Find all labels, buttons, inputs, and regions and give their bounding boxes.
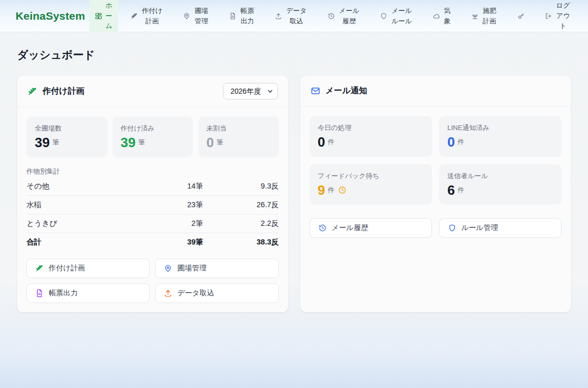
upload-icon (164, 289, 172, 297)
document-icon (229, 12, 236, 20)
nav-item-label: メールルール (391, 6, 412, 26)
fertilizer-icon (471, 12, 479, 20)
crop-name: 水稲 (26, 200, 128, 210)
stat-label: LINE通知済み (447, 123, 553, 133)
map-pin-icon (164, 264, 172, 272)
stat-line-notified: LINE通知済み 0 件 (439, 116, 562, 157)
dashboard-grid-icon (95, 12, 102, 20)
stat-value: 39 (35, 135, 50, 150)
nav-item-data-import[interactable]: データ取込 (275, 6, 307, 26)
mail-notification-card: メール通知 今日の処理 0 件 LINE通知済み (300, 76, 571, 312)
table-row: 水稲 23筆 26.7反 (26, 196, 279, 214)
crop-name: その他 (26, 181, 128, 191)
nav-item-planting-plan[interactable]: 作付け計画 (131, 6, 163, 26)
button-label: データ取込 (177, 289, 214, 298)
nav-item-key[interactable] (517, 12, 525, 20)
nav-item-fertilizer-plan[interactable]: 施肥計画 (471, 6, 497, 26)
stat-value: 0 (447, 135, 455, 150)
stat-unit: 筆 (52, 138, 59, 147)
clock-icon (338, 186, 346, 194)
map-pin-icon (183, 12, 190, 20)
nav-item-label: 気象 (444, 6, 451, 26)
field-management-button[interactable]: 圃場管理 (155, 258, 278, 278)
crop-count: 2筆 (128, 219, 203, 228)
rule-management-button[interactable]: ルール管理 (439, 218, 562, 238)
nav-item-label: 帳票出力 (240, 6, 255, 26)
crop-count: 14筆 (128, 181, 203, 191)
app-root: KeinaSystem ホーム 作付け計画 圃場管理 帳票出力 データ取込 (0, 0, 588, 388)
crop-summary-label: 作物別集計 (26, 167, 279, 176)
year-select[interactable]: 2026年度 (223, 83, 278, 99)
mail-card-header: メール通知 (300, 76, 571, 107)
nav-item-mail-history[interactable]: メール履歴 (328, 6, 360, 26)
nav-item-home[interactable]: ホーム (89, 0, 118, 32)
logout-icon (545, 12, 552, 20)
field-stats: 全圃場数 39 筆 作付け済み 39 筆 (26, 117, 279, 157)
table-row: その他 14筆 9.3反 (26, 177, 279, 196)
report-output-button[interactable]: 帳票出力 (26, 283, 150, 303)
table-row-total: 合計 39筆 38.3反 (26, 233, 279, 251)
nav-item-label: 圃場管理 (194, 6, 208, 26)
stat-label: 全圃場数 (35, 124, 99, 133)
crop-area: 38.3反 (203, 237, 279, 247)
stat-label: 作付け済み (121, 124, 185, 133)
table-row: とうきび 2筆 2.2反 (26, 214, 279, 233)
stat-unit: 件 (457, 185, 464, 195)
stat-value: 9 (318, 183, 325, 198)
wheat-icon (27, 87, 37, 96)
stat-unit: 件 (328, 185, 334, 195)
app-header: KeinaSystem ホーム 作付け計画 圃場管理 帳票出力 データ取込 (0, 0, 588, 32)
nav-item-mail-rules[interactable]: メールルール (380, 6, 412, 26)
stat-unit: 件 (328, 137, 334, 147)
card-title: メール通知 (326, 85, 368, 96)
stat-planted-fields: 作付け済み 39 筆 (113, 117, 193, 157)
stat-unit: 件 (457, 137, 464, 147)
wheat-icon (35, 264, 44, 272)
planting-plan-card-header: 作付け計画 2026年度 (17, 76, 288, 107)
upload-icon (275, 12, 282, 20)
brand-logo[interactable]: KeinaSystem (0, 10, 89, 22)
main-nav: 作付け計画 圃場管理 帳票出力 データ取込 メール履歴 メールルール (118, 1, 588, 31)
planting-plan-card: 作付け計画 2026年度 全圃場数 39 (17, 76, 288, 312)
stat-label: フィードバック待ち (318, 171, 424, 181)
nav-item-label: ログアウト (556, 1, 570, 31)
shield-icon (448, 224, 456, 232)
stat-label: 未割当 (206, 124, 271, 133)
stat-value: 39 (121, 135, 136, 150)
shield-icon (380, 12, 387, 20)
mail-card-body: 今日の処理 0 件 LINE通知済み 0 件 (300, 107, 571, 247)
crop-area: 2.2反 (203, 219, 279, 228)
nav-item-logout[interactable]: ログアウト (545, 1, 570, 31)
button-label: 圃場管理 (177, 264, 206, 273)
crop-area: 26.7反 (203, 200, 279, 210)
nav-item-label: ホーム (105, 1, 113, 31)
history-icon (318, 224, 327, 232)
planting-quick-actions: 作付け計画 圃場管理 帳票出力 データ取込 (26, 258, 279, 303)
nav-item-report-output[interactable]: 帳票出力 (229, 6, 255, 26)
nav-item-label: 施肥計画 (482, 6, 497, 26)
planting-plan-button[interactable]: 作付け計画 (26, 258, 150, 278)
card-title: 作付け計画 (43, 86, 84, 97)
planting-plan-card-body: 全圃場数 39 筆 作付け済み 39 筆 (17, 107, 288, 312)
mail-quick-actions: メール履歴 ルール管理 (310, 218, 562, 238)
nav-item-label: 作付け計画 (142, 6, 163, 26)
stat-label: 送信者ルール (447, 171, 553, 181)
stat-unassigned-fields: 未割当 0 筆 (198, 117, 279, 157)
crop-name: とうきび (26, 219, 128, 228)
nav-item-weather[interactable]: 気象 (433, 6, 451, 26)
mail-history-button[interactable]: メール履歴 (310, 218, 432, 238)
stat-unit: 筆 (138, 138, 145, 147)
key-icon (517, 12, 525, 20)
stat-unit: 筆 (216, 138, 223, 147)
wheat-icon (131, 12, 138, 20)
crop-count: 23筆 (128, 200, 203, 210)
nav-item-field-management[interactable]: 圃場管理 (183, 6, 208, 26)
stat-value: 0 (318, 135, 325, 150)
data-import-button[interactable]: データ取込 (155, 283, 278, 303)
mail-stats: 今日の処理 0 件 LINE通知済み 0 件 (310, 116, 562, 205)
main-content: ダッシュボード 作付け計画 2026年度 (0, 32, 588, 388)
dashboard-cards: 作付け計画 2026年度 全圃場数 39 (17, 76, 571, 312)
year-select-wrap: 2026年度 (223, 83, 278, 99)
stat-feedback-waiting: フィードバック待ち 9 件 (310, 164, 432, 205)
stat-value: 0 (206, 135, 214, 150)
